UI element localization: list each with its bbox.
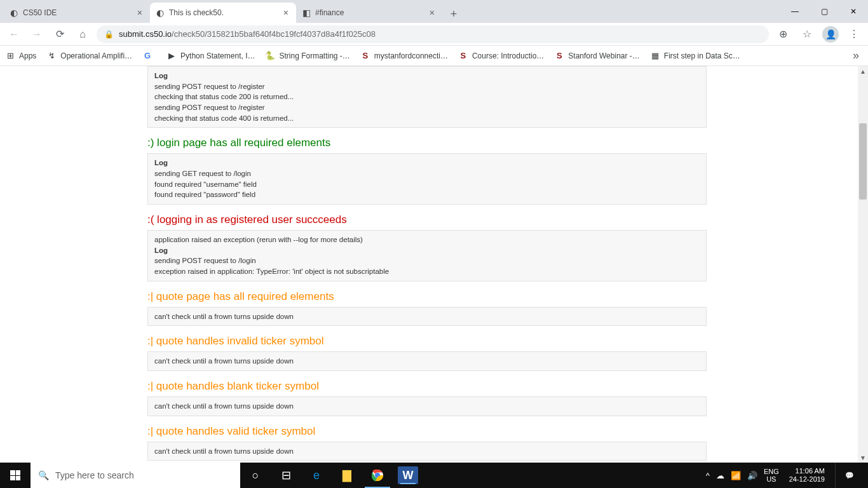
check-title: :( logging in as registered user succcee… — [147, 214, 707, 226]
scrollbar[interactable]: ▲ ▼ — [858, 66, 868, 463]
globe-icon: ◐ — [155, 8, 165, 18]
scroll-up-icon[interactable]: ▲ — [858, 66, 868, 76]
home-button[interactable]: ⌂ — [74, 25, 92, 43]
cortana-button[interactable]: ○ — [240, 463, 271, 488]
language-indicator[interactable]: ENG US — [764, 468, 779, 483]
word-icon[interactable]: W — [398, 466, 418, 484]
address-bar[interactable]: 🔒 submit.cs50.io/check50/315821b5baf640f… — [97, 25, 769, 43]
lock-icon: 🔒 — [104, 30, 114, 39]
edge-icon[interactable]: e — [301, 463, 332, 488]
bookmark-icon: S — [554, 51, 564, 61]
back-button[interactable]: ← — [5, 25, 23, 43]
close-icon[interactable]: × — [135, 8, 145, 18]
close-window-button[interactable]: ✕ — [839, 0, 868, 23]
bookmark-item[interactable]: ▦First step in Data Sc… — [650, 51, 740, 61]
bookmark-label: First step in Data Sc… — [664, 51, 740, 60]
bookmark-icon: S — [458, 51, 468, 61]
maximize-button[interactable]: ▢ — [810, 0, 839, 23]
bookmark-label: Operational Amplifi… — [60, 51, 132, 60]
forward-button[interactable]: → — [28, 25, 46, 43]
bookmark-label: Apps — [19, 51, 36, 60]
apps-button[interactable]: ⊞Apps — [5, 51, 36, 61]
search-icon: 🔍 — [38, 470, 49, 480]
check-title: :| quote page has all required elements — [147, 290, 707, 303]
log-line: Log — [154, 71, 700, 81]
check-log: can't check until a frown turns upside d… — [147, 351, 707, 371]
bookmark-label: Python Statement, I… — [180, 51, 255, 60]
bookmark-label: Course: Introductio… — [472, 51, 544, 60]
tray-onedrive-icon[interactable]: ☁ — [716, 471, 724, 480]
log-line: can't check until a frown turns upside d… — [154, 356, 700, 367]
tab-title: #finance — [315, 8, 423, 17]
minimize-button[interactable]: — — [780, 0, 810, 23]
browser-tab-0[interactable]: ◐ CS50 IDE × — [4, 3, 150, 23]
log-line: found required "username" field — [154, 179, 700, 190]
tab-strip: ◐ CS50 IDE × ◐ This is check50. × ◧ #fin… — [0, 0, 868, 23]
log-line: checking that status code 200 is returne… — [154, 92, 700, 102]
check-log: can't check until a frown turns upside d… — [147, 442, 707, 461]
bookmark-label: Stanford Webinar -… — [568, 51, 640, 60]
check-log: Logsending POST request to /registerchec… — [147, 66, 707, 128]
bookmark-item[interactable]: SStanford Webinar -… — [554, 51, 640, 61]
bookmark-icon: ▶ — [166, 51, 177, 61]
browser-tab-2[interactable]: ◧ #finance × — [296, 3, 442, 23]
new-tab-button[interactable]: + — [445, 5, 463, 23]
globe-icon: ◐ — [9, 8, 19, 18]
log-line: can't check until a frown turns upside d… — [154, 401, 700, 412]
browser-toolbar: ← → ⟳ ⌂ 🔒 submit.cs50.io/check50/315821b… — [0, 23, 868, 46]
bookmark-item[interactable]: Smystanfordconnecti… — [360, 51, 448, 61]
zoom-icon[interactable]: ⊕ — [774, 25, 792, 43]
log-line: found required "password" field — [154, 189, 700, 200]
url-host: submit.cs50.io — [119, 29, 172, 39]
windows-taskbar: 🔍 Type here to search ○ ⊟ e ▇ W ^ ☁ 📶 🔊 … — [0, 463, 868, 488]
bookmark-item[interactable]: SCourse: Introductio… — [458, 51, 544, 61]
bookmark-label: String Formatting -… — [279, 51, 349, 60]
check-title: :| quote handles invalid ticker symbol — [147, 335, 707, 348]
task-view-button[interactable]: ⊟ — [271, 463, 301, 488]
tray-volume-icon[interactable]: 🔊 — [747, 471, 757, 480]
start-button[interactable] — [0, 463, 31, 488]
menu-button[interactable]: ⋮ — [845, 25, 863, 43]
check50-results: Logsending POST request to /registerchec… — [147, 66, 707, 463]
bookmarks-bar: ⊞Apps ↯Operational Amplifi… G ▶Python St… — [0, 46, 868, 66]
check-log: Logsending GET request to /loginfound re… — [147, 153, 707, 205]
bookmark-item[interactable]: ↯Operational Amplifi… — [46, 51, 132, 61]
check-title: :) login page has all required elements — [147, 137, 707, 149]
check-title: :| quote handles valid ticker symbol — [147, 425, 707, 438]
bookmark-overflow-button[interactable]: » — [853, 49, 863, 62]
apps-icon: ⊞ — [5, 51, 15, 61]
star-icon[interactable]: ☆ — [798, 25, 816, 43]
tray-chevron-up-icon[interactable]: ^ — [706, 471, 710, 480]
close-icon[interactable]: × — [427, 8, 437, 18]
tray-wifi-icon[interactable]: 📶 — [731, 471, 741, 480]
bookmark-item[interactable]: 🐍String Formatting -… — [265, 51, 349, 61]
reload-button[interactable]: ⟳ — [51, 25, 69, 43]
lang-primary: ENG — [764, 468, 779, 475]
scroll-thumb[interactable] — [859, 123, 867, 200]
chrome-icon[interactable] — [362, 463, 393, 488]
browser-tab-1[interactable]: ◐ This is check50. × — [150, 3, 296, 23]
bookmark-item[interactable]: ▶Python Statement, I… — [166, 51, 255, 61]
close-icon[interactable]: × — [281, 8, 291, 18]
check-title: :| quote handles blank ticker symbol — [147, 380, 707, 393]
windows-icon — [10, 470, 20, 480]
taskbar-clock[interactable]: 11:06 AM 24-12-2019 — [785, 467, 829, 484]
site-icon: ◧ — [301, 8, 311, 18]
lang-secondary: US — [764, 475, 779, 483]
clock-date: 24-12-2019 — [789, 475, 825, 484]
action-center-button[interactable]: 💬 — [835, 463, 863, 488]
log-line: exception raised in application: TypeErr… — [154, 266, 700, 277]
scroll-down-icon[interactable]: ▼ — [858, 452, 868, 463]
log-line: checking that status code 400 is returne… — [154, 113, 700, 124]
log-line: Log — [154, 158, 700, 168]
file-explorer-icon[interactable]: ▇ — [332, 463, 362, 488]
taskbar-search[interactable]: 🔍 Type here to search — [31, 463, 240, 488]
system-tray: ^ ☁ 📶 🔊 ENG US 11:06 AM 24-12-2019 💬 — [706, 463, 868, 488]
bookmark-label: mystanfordconnecti… — [374, 51, 448, 60]
bookmark-item[interactable]: G — [142, 51, 156, 61]
log-line: Log — [154, 245, 700, 256]
profile-avatar[interactable]: 👤 — [822, 26, 839, 43]
bookmark-icon: S — [360, 51, 370, 61]
url-path: /check50/315821b5baf640f4bc19fcf4037d8a4… — [172, 29, 376, 39]
log-line: application raised an exception (rerun w… — [154, 234, 700, 245]
